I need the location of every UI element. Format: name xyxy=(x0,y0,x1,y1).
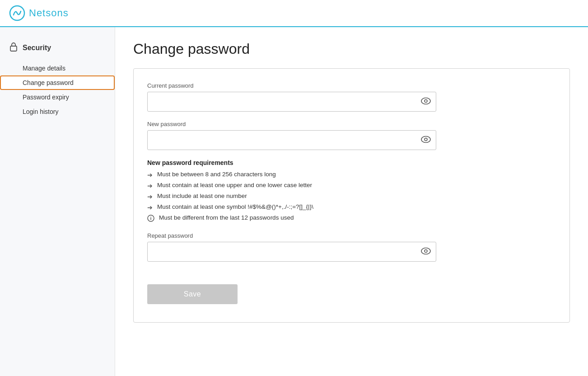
current-password-toggle[interactable] xyxy=(420,97,432,107)
repeat-password-label: Repeat password xyxy=(147,232,556,239)
svg-point-8 xyxy=(150,216,151,217)
save-button[interactable]: Save xyxy=(147,284,238,304)
sidebar-link-login-history[interactable]: Login history xyxy=(0,104,115,119)
sidebar-item-login-history[interactable]: Login history xyxy=(0,104,115,119)
req-text-3: Must contain at least one symbol !#$%&@(… xyxy=(157,203,313,210)
form-card: Current password New password xyxy=(133,68,570,323)
sidebar: Security Manage details Change password … xyxy=(0,27,115,376)
sidebar-nav: Manage details Change password Password … xyxy=(0,61,115,119)
logo[interactable]: Netsons xyxy=(9,5,69,21)
svg-point-10 xyxy=(425,250,427,253)
svg-point-5 xyxy=(425,138,427,141)
new-password-label: New password xyxy=(147,121,556,127)
req-item-0: ➔ Must be between 8 and 256 characters l… xyxy=(147,171,556,179)
svg-point-9 xyxy=(421,248,430,254)
req-text-1: Must contain at least one upper and one … xyxy=(157,182,312,188)
repeat-password-toggle[interactable] xyxy=(420,247,432,257)
new-password-group: New password xyxy=(147,121,556,150)
lock-icon xyxy=(9,42,18,54)
req-item-3: ➔ Must contain at least one symbol !#$%&… xyxy=(147,203,556,211)
eye-icon xyxy=(421,98,431,105)
current-password-group: Current password xyxy=(147,82,556,112)
sidebar-item-password-expiry[interactable]: Password expiry xyxy=(0,90,115,104)
svg-point-2 xyxy=(421,98,430,104)
sidebar-link-password-expiry[interactable]: Password expiry xyxy=(0,90,115,104)
req-text-4: Must be different from the last 12 passw… xyxy=(159,214,294,221)
current-password-label: Current password xyxy=(147,82,556,89)
sidebar-item-manage-details[interactable]: Manage details xyxy=(0,61,115,75)
sidebar-item-change-password[interactable]: Change password xyxy=(0,75,115,90)
logo-icon xyxy=(9,5,25,21)
sidebar-section: Security xyxy=(0,36,115,59)
svg-point-3 xyxy=(425,100,427,103)
req-arrow-2: ➔ xyxy=(147,193,153,200)
repeat-password-wrapper xyxy=(147,242,436,262)
current-password-input[interactable] xyxy=(147,92,436,112)
eye-icon-2 xyxy=(421,136,431,143)
sidebar-section-label: Security xyxy=(23,44,51,52)
req-text-0: Must be between 8 and 256 characters lon… xyxy=(157,171,276,178)
logo-text: Netsons xyxy=(29,7,69,19)
req-arrow-1: ➔ xyxy=(147,182,153,189)
svg-rect-1 xyxy=(10,46,17,51)
sidebar-link-manage-details[interactable]: Manage details xyxy=(0,61,115,75)
sidebar-link-change-password[interactable]: Change password xyxy=(0,75,115,90)
new-password-toggle[interactable] xyxy=(420,135,432,146)
page-title: Change password xyxy=(133,41,570,57)
requirements-title: New password requirements xyxy=(147,159,556,166)
req-arrow-0: ➔ xyxy=(147,171,153,179)
svg-point-4 xyxy=(421,136,430,143)
new-password-wrapper xyxy=(147,130,436,150)
repeat-password-group: Repeat password xyxy=(147,232,556,262)
req-item-2: ➔ Must include at least one number xyxy=(147,193,556,200)
requirements-section: New password requirements ➔ Must be betw… xyxy=(147,159,556,223)
layout: Security Manage details Change password … xyxy=(0,27,588,376)
main-content: Change password Current password N xyxy=(115,27,588,376)
req-text-2: Must include at least one number xyxy=(157,193,247,199)
new-password-input[interactable] xyxy=(147,130,436,150)
req-info-icon xyxy=(147,215,154,223)
top-nav: Netsons xyxy=(0,0,588,27)
req-arrow-3: ➔ xyxy=(147,204,153,211)
current-password-wrapper xyxy=(147,92,436,112)
eye-icon-3 xyxy=(421,248,431,255)
req-item-1: ➔ Must contain at least one upper and on… xyxy=(147,182,556,189)
req-item-4: Must be different from the last 12 passw… xyxy=(147,214,556,223)
repeat-password-input[interactable] xyxy=(147,242,436,262)
